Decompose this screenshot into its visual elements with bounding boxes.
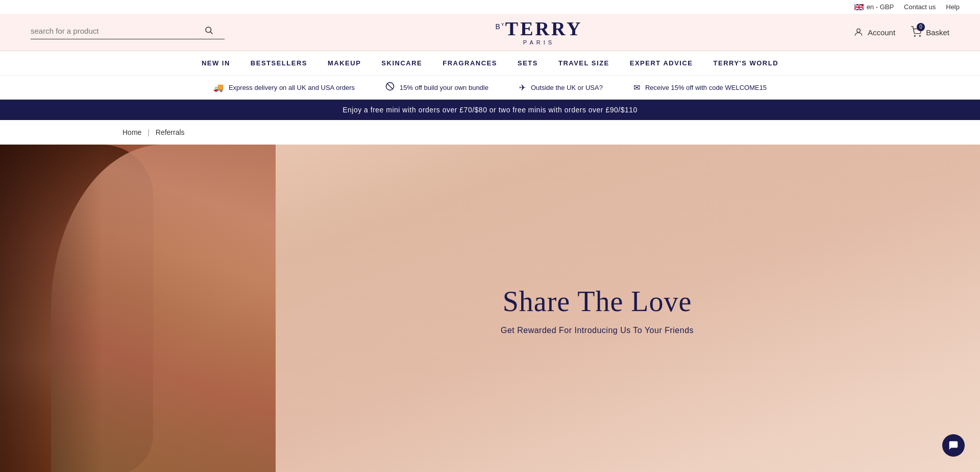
- promo-text: Enjoy a free mini with orders over £70/$…: [342, 106, 638, 114]
- locale-selector[interactable]: en - GBP: [854, 3, 894, 11]
- svg-line-19: [387, 84, 393, 89]
- search-button[interactable]: [204, 26, 213, 37]
- nav-travel-size[interactable]: TRAVEL SIZE: [558, 59, 609, 67]
- hero-section: Share The Love Get Rewarded For Introduc…: [0, 145, 980, 472]
- account-label: Account: [868, 28, 895, 37]
- search-icon: [204, 26, 213, 35]
- chat-icon: [948, 440, 959, 451]
- info-delivery: 🚚 Express delivery on all UK and USA ord…: [213, 83, 355, 92]
- bundle-icon: [385, 82, 395, 93]
- svg-line-14: [210, 32, 212, 34]
- top-bar: en - GBP Contact us Help: [0, 0, 980, 14]
- svg-point-17: [920, 35, 921, 36]
- discount-text: Receive 15% off with code WELCOME15: [645, 84, 767, 91]
- hero-title: Share The Love: [503, 285, 692, 318]
- info-outside-uk: ✈ Outside the UK or USA?: [519, 83, 603, 92]
- logo-city: PARIS: [495, 39, 582, 45]
- locale-text: en - GBP: [867, 3, 894, 11]
- flag-icon: [854, 4, 864, 10]
- info-discount: ✉ Receive 15% off with code WELCOME15: [633, 83, 767, 92]
- logo-brand: TERRY: [505, 18, 583, 39]
- svg-marker-8: [854, 7, 864, 8]
- basket-count: 0: [917, 23, 925, 31]
- help-link[interactable]: Help: [946, 3, 960, 11]
- bundle-text: 15% off build your own bundle: [400, 84, 488, 91]
- svg-point-13: [206, 27, 211, 33]
- info-bar: 🚚 Express delivery on all UK and USA ord…: [0, 76, 980, 100]
- outside-uk-text: Outside the UK or USA?: [531, 84, 603, 91]
- promo-banner: Enjoy a free mini with orders over £70/$…: [0, 100, 980, 120]
- nav-skincare[interactable]: SKINCARE: [381, 59, 422, 67]
- plane-icon: ✈: [519, 83, 526, 92]
- hero-subtitle: Get Rewarded For Introducing Us To Your …: [501, 326, 694, 335]
- site-logo[interactable]: BYTERRY PARIS: [495, 19, 582, 45]
- nav-sets[interactable]: SETS: [518, 59, 538, 67]
- account-button[interactable]: Account: [853, 27, 895, 37]
- breadcrumb-current: Referrals: [156, 128, 185, 136]
- delivery-icon: 🚚: [213, 83, 224, 92]
- breadcrumb-home[interactable]: Home: [122, 128, 141, 136]
- nav-terrys-world[interactable]: TERRY'S WORLD: [714, 59, 779, 67]
- contact-us-link[interactable]: Contact us: [904, 3, 936, 11]
- email-icon: ✉: [633, 83, 640, 92]
- header-actions: Account 0 Basket: [853, 26, 949, 39]
- main-navigation: NEW IN BESTSELLERS MAKEUP SKINCARE FRAGR…: [0, 51, 980, 76]
- search-container[interactable]: [31, 26, 225, 39]
- breadcrumb: Home | Referrals: [0, 120, 980, 145]
- basket-label: Basket: [926, 28, 949, 37]
- chat-bubble[interactable]: [942, 434, 965, 457]
- nav-new-in[interactable]: NEW IN: [202, 59, 230, 67]
- logo-by: BY: [495, 22, 505, 31]
- search-input[interactable]: [31, 27, 204, 35]
- nav-expert-advice[interactable]: EXPERT ADVICE: [630, 59, 693, 67]
- account-icon: [853, 27, 864, 37]
- nav-bestsellers[interactable]: BESTSELLERS: [251, 59, 307, 67]
- delivery-text: Express delivery on all UK and USA order…: [229, 84, 355, 91]
- breadcrumb-separator: |: [148, 128, 150, 136]
- site-header: BYTERRY PARIS Account 0 Basket: [0, 14, 980, 51]
- basket-button[interactable]: 0 Basket: [911, 26, 949, 39]
- hero-content: Share The Love Get Rewarded For Introduc…: [276, 145, 980, 472]
- nav-makeup[interactable]: MAKEUP: [328, 59, 361, 67]
- svg-point-16: [914, 35, 915, 36]
- svg-point-15: [857, 29, 861, 32]
- info-bundle: 15% off build your own bundle: [385, 82, 488, 93]
- nav-fragrances[interactable]: FRAGRANCES: [443, 59, 497, 67]
